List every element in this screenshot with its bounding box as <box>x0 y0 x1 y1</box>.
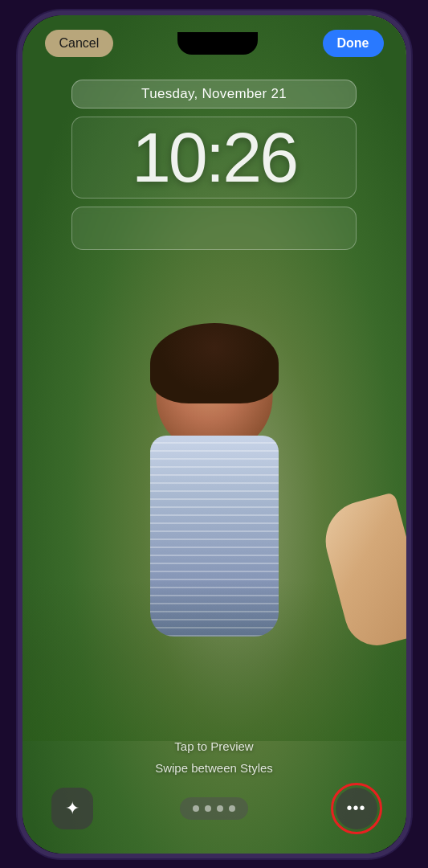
time-display: 10:26 <box>71 117 357 199</box>
child-figure <box>110 331 319 733</box>
child-body <box>150 436 279 637</box>
widget-area[interactable] <box>71 207 357 250</box>
screen: Cancel Done Tuesday, November 21 10:26 T… <box>22 15 406 854</box>
lockscreen-content: Tuesday, November 21 10:26 <box>22 80 406 250</box>
cancel-button[interactable]: Cancel <box>45 30 114 57</box>
dot-4 <box>229 805 235 812</box>
more-button-wrapper: ••• <box>336 788 377 829</box>
page-dots <box>180 797 248 820</box>
tap-preview-label: Tap to Preview <box>22 739 406 753</box>
notch <box>177 32 258 55</box>
dot-1 <box>193 805 199 812</box>
swipe-styles-label: Swipe between Styles <box>22 761 406 775</box>
dot-3 <box>217 805 223 812</box>
customize-button[interactable]: ✦ <box>51 788 93 829</box>
top-bar: Cancel Done <box>22 30 406 57</box>
phone-frame: Cancel Done Tuesday, November 21 10:26 T… <box>18 10 411 858</box>
done-button[interactable]: Done <box>323 30 384 57</box>
customize-icon: ✦ <box>65 798 79 819</box>
bottom-controls: ✦ ••• <box>22 788 406 829</box>
date-display: Tuesday, November 21 <box>71 80 357 108</box>
dot-2 <box>205 805 211 812</box>
red-ring <box>331 783 382 834</box>
child-hair <box>150 323 279 403</box>
bottom-area: Tap to Preview Swipe between Styles ✦ <box>22 739 406 854</box>
